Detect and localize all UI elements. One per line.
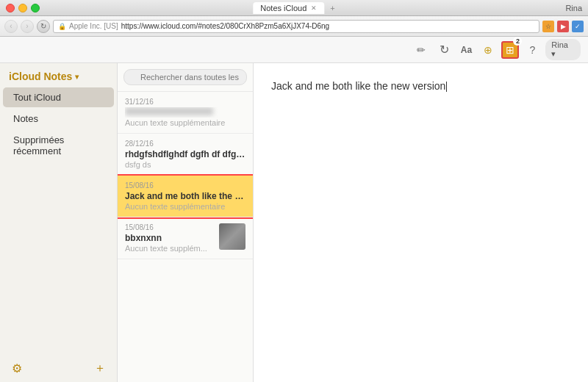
note-item[interactable]: 15/08/16 bbxnxnn Aucun texte supplém... <box>118 217 253 259</box>
ext-icon-3[interactable]: ✓ <box>572 21 584 32</box>
search-wrapper: 🔍 <box>123 69 247 85</box>
note-preview: Aucun texte supplém... <box>125 244 215 253</box>
toolbar-center: ✏ <box>405 41 430 59</box>
new-tab-icon[interactable]: + <box>330 4 334 12</box>
title-bar: Notes iCloud ✕ + Rina <box>0 0 588 16</box>
note-thumbnail <box>219 223 245 250</box>
toolbar-right: ↻ Aa ⊕ ⊞ 2 ? Rina ▾ <box>436 39 581 60</box>
url-text: https://www.icloud.com/#notes2/080CrXh8P… <box>121 22 329 30</box>
font-button[interactable]: Aa <box>458 41 476 59</box>
sidebar-item-notes[interactable]: Notes <box>3 109 114 129</box>
forward-button[interactable]: › <box>21 20 34 33</box>
note-preview: dsfg ds <box>125 160 245 169</box>
settings-icon[interactable]: ⚙ <box>9 360 25 376</box>
note-item-content-wrapper: 15/08/16 bbxnxnn Aucun texte supplém... <box>125 223 245 253</box>
note-item[interactable]: 28/12/16 rhdgfshdflghdf dgfh df dfg dfsh… <box>118 134 253 176</box>
grid-view-button[interactable]: ⊞ 2 <box>501 41 519 59</box>
note-preview: Aucun texte supplémentaire <box>125 118 245 127</box>
cursor <box>446 82 447 92</box>
sidebar-header: iCloud Notes ▾ <box>0 63 117 87</box>
close-button[interactable] <box>6 4 15 12</box>
sidebar: iCloud Notes ▾ Tout iCloud Notes Supprim… <box>0 63 118 382</box>
main-container: iCloud Notes ▾ Tout iCloud Notes Supprim… <box>0 63 588 382</box>
refresh-notes-button[interactable]: ↻ <box>436 41 453 59</box>
search-bar: 🔍 <box>118 63 253 92</box>
user-name: Rina <box>565 4 582 12</box>
sidebar-bottom: ⚙ ＋ <box>0 354 117 382</box>
search-input[interactable] <box>123 69 247 85</box>
address-bar: ‹ › ↻ 🔒 Apple Inc. [US] https://www.iclo… <box>0 16 588 37</box>
title-bar-center: Notes iCloud ✕ + <box>253 2 334 14</box>
lock-icon: 🔒 <box>58 23 66 30</box>
note-date: 28/12/16 <box>125 140 245 148</box>
note-date: 15/08/16 <box>125 223 215 231</box>
traffic-lights <box>6 4 40 12</box>
sidebar-item-label: Tout iCloud <box>13 92 61 103</box>
browser-extensions: ☆ ▶ ✓ <box>542 21 584 32</box>
search-notes-button[interactable]: ⊕ <box>479 41 497 59</box>
toolbar: ✏ ↻ Aa ⊕ ⊞ 2 ? Rina ▾ <box>0 37 588 63</box>
editor-text: Jack and me both like the new version <box>271 80 445 92</box>
note-thumb-image <box>219 223 245 250</box>
note-editor[interactable]: Jack and me both like the new version <box>254 63 588 382</box>
note-title: bbxnxnn <box>125 233 215 243</box>
url-prefix: Apple Inc. [US] <box>69 22 118 30</box>
note-item-selected[interactable]: 1 15/08/16 Jack and me both like the new… <box>118 176 253 217</box>
tab-label: Notes iCloud <box>260 4 306 12</box>
sidebar-item-label: Notes <box>13 113 38 124</box>
note-date: 15/08/16 <box>125 181 245 190</box>
user-chip: Rina ▾ <box>545 39 581 60</box>
note-preview: Aucun texte supplémentaire <box>125 202 245 211</box>
notes-list: 🔍 31/12/16 Aucun texte supplémentaire 28… <box>118 63 254 382</box>
new-note-button[interactable]: ✏ <box>412 41 430 59</box>
badge-2: 2 <box>513 37 522 46</box>
sidebar-item-supprimees[interactable]: Supprimées récemment <box>3 130 114 161</box>
minimize-button[interactable] <box>18 4 27 12</box>
maximize-button[interactable] <box>31 4 40 12</box>
note-title: rhdgfshdflghdf dgfh df dfg dfsh d... <box>125 149 245 159</box>
note-title: Jack and me both like the new ve... <box>125 191 245 201</box>
note-date: 31/12/16 <box>125 98 245 106</box>
sidebar-title: iCloud Notes <box>9 71 72 82</box>
note-item[interactable]: 31/12/16 Aucun texte supplémentaire <box>118 92 253 134</box>
ext-icon-1[interactable]: ☆ <box>542 21 554 32</box>
refresh-button[interactable]: ↻ <box>37 20 50 33</box>
add-note-button[interactable]: ＋ <box>92 360 108 376</box>
ext-icon-2[interactable]: ▶ <box>557 21 569 32</box>
sidebar-item-label: Supprimées récemment <box>13 134 64 156</box>
note-title <box>125 107 245 118</box>
help-button[interactable]: ? <box>523 41 541 59</box>
tab-close-icon[interactable]: ✕ <box>311 4 317 12</box>
sidebar-item-tout-icloud[interactable]: Tout iCloud <box>3 87 114 107</box>
editor-content: Jack and me both like the new version <box>271 78 570 94</box>
sidebar-chevron-icon: ▾ <box>75 73 79 81</box>
note-item-content: 15/08/16 bbxnxnn Aucun texte supplém... <box>125 223 215 253</box>
browser-tab[interactable]: Notes iCloud ✕ <box>253 2 324 14</box>
back-button[interactable]: ‹ <box>4 20 18 33</box>
url-bar[interactable]: 🔒 Apple Inc. [US] https://www.icloud.com… <box>53 20 539 33</box>
